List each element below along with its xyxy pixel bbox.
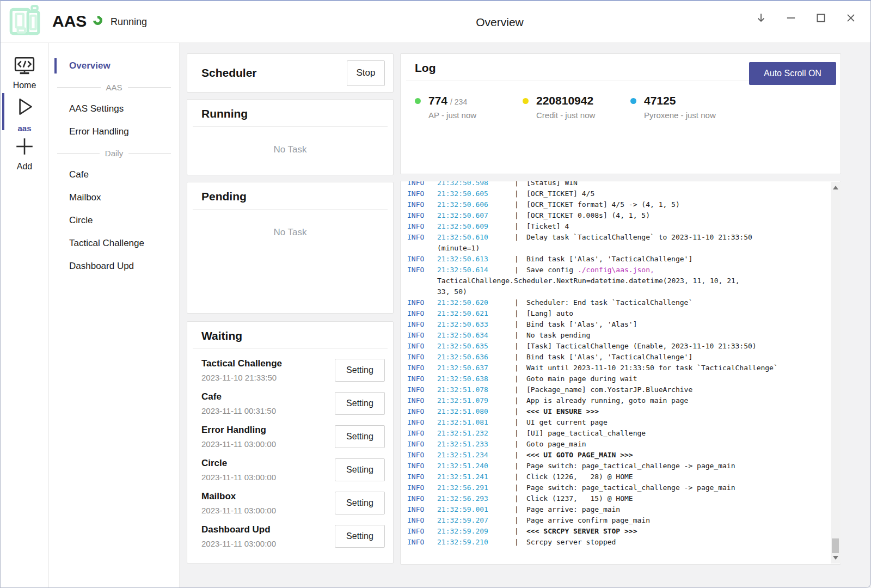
log-timestamp: 21:32:50.610	[437, 232, 514, 243]
log-level: INFO	[407, 395, 437, 406]
waiting-task-name: Mailbox	[201, 491, 276, 502]
sidebar-section-label: AAS	[106, 83, 122, 92]
log-timestamp: 21:32:50.634	[437, 330, 514, 341]
task-setting-button[interactable]: Setting	[335, 458, 385, 481]
sidebar-item-circle[interactable]: Circle	[49, 209, 179, 232]
log-timestamp: 21:32:59.210	[437, 537, 514, 548]
log-line: INFO 21:32:50.635 | [Task] TacticalChall…	[407, 341, 825, 352]
log-scrollbar[interactable]	[831, 182, 840, 564]
running-panel: Running No Task	[187, 99, 394, 175]
log-timestamp: 21:32:50.621	[437, 308, 514, 319]
log-separator: |	[514, 537, 526, 548]
log-level: INFO	[407, 188, 437, 199]
waiting-title: Waiting	[187, 322, 393, 342]
log-separator: |	[514, 254, 526, 265]
scroll-up-arrow-icon[interactable]	[833, 186, 838, 189]
waiting-task-next-run: 2023-11-11 03:00:00	[201, 439, 276, 449]
log-message: Page arrive confirm page_main	[526, 515, 825, 526]
log-separator: |	[514, 181, 526, 188]
task-setting-button[interactable]: Setting	[335, 425, 385, 448]
divider	[193, 209, 388, 210]
log-line: INFO 21:32:50.638 | Goto main page durin…	[407, 373, 825, 384]
waiting-task-next-run: 2023-11-10 21:33:50	[201, 373, 282, 382]
pending-title: Pending	[187, 182, 393, 203]
log-timestamp: 21:32:56.293	[437, 493, 514, 504]
rail-item-label: aas	[0, 124, 49, 133]
log-line: INFO 21:32:51.234 | <<< UI GOTO PAGE_MAI…	[407, 450, 825, 461]
sidebar-item-error-handling[interactable]: Error Handling	[49, 120, 179, 143]
log-level: INFO	[407, 210, 437, 221]
log-message: [Task] TacticalChallenge (Enable, 2023-1…	[526, 341, 825, 352]
log-separator: |	[514, 461, 526, 471]
scrollbar-thumb[interactable]	[832, 538, 839, 553]
log-message: [Lang] auto	[526, 308, 825, 319]
log-console[interactable]: INFO 21:32:50.598 | [Status] WIN INFO 21…	[400, 181, 841, 565]
sidebar-section-daily: Daily	[49, 143, 179, 163]
log-level: INFO	[407, 482, 437, 493]
log-separator: |	[514, 188, 526, 199]
log-timestamp: 21:32:50.613	[437, 254, 514, 265]
log-level: INFO	[407, 221, 437, 232]
waiting-task-name: Cafe	[201, 391, 276, 402]
task-setting-button[interactable]: Setting	[335, 525, 385, 548]
log-level: INFO	[407, 471, 437, 482]
log-line: INFO 21:32:51.081 | UI get current page	[407, 417, 825, 428]
sidebar-section-aas: AAS	[49, 77, 179, 97]
log-message: Bind task ['Alas', 'Alas']	[526, 319, 825, 330]
maximize-button[interactable]	[809, 7, 832, 29]
log-timestamp: 21:32:51.078	[437, 384, 514, 395]
app-window: AAS Running Overview	[0, 0, 871, 588]
task-setting-button[interactable]: Setting	[335, 359, 385, 382]
log-level: INFO	[407, 384, 437, 395]
sidebar-item-label: Dashboard Upd	[69, 261, 134, 271]
minimize-button[interactable]	[780, 7, 802, 29]
log-separator: |	[514, 341, 526, 352]
log-timestamp: 21:32:50.638	[437, 373, 514, 384]
download-log-button[interactable]	[750, 7, 772, 29]
sidebar-item-cafe[interactable]: Cafe	[49, 163, 179, 186]
stop-button[interactable]: Stop	[347, 60, 385, 86]
task-setting-button[interactable]: Setting	[335, 492, 385, 514]
metric-body: 220810942 Credit - just now	[536, 94, 595, 120]
pending-panel: Pending No Task	[187, 182, 394, 314]
log-timestamp: 21:32:50.598	[437, 181, 514, 188]
log-line: INFO 21:32:59.207 | Page arrive confirm …	[407, 515, 825, 526]
log-separator: |	[514, 199, 526, 210]
sidebar-item-tactical-challenge[interactable]: Tactical Challenge	[49, 232, 179, 255]
rail-item-aas[interactable]: aas	[0, 95, 49, 133]
log-line: INFO 21:32:51.079 | App is already runni…	[407, 395, 825, 406]
log-timestamp: 21:32:51.232	[437, 428, 514, 439]
close-button[interactable]	[839, 7, 862, 29]
sidebar-item-aas-settings[interactable]: AAS Settings	[49, 97, 179, 120]
waiting-task-info: Tactical Challenge 2023-11-10 21:33:50	[201, 358, 282, 382]
log-line: INFO 21:32:50.614 | Save config ./config…	[407, 265, 825, 275]
main-content: Scheduler Stop Running No Task Pending N…	[180, 43, 871, 588]
app-name: AAS	[52, 12, 87, 30]
sidebar-item-overview[interactable]: Overview	[49, 54, 179, 77]
rail-item-home[interactable]: Home	[0, 56, 49, 90]
log-timestamp: 21:32:51.241	[437, 471, 514, 482]
log-line: INFO 21:32:59.001 | Page arrive: page_ma…	[407, 504, 825, 515]
log-line: INFO 21:32:56.293 | Click (1237, 15) @ H…	[407, 493, 825, 504]
window-controls	[750, 7, 862, 29]
log-level: INFO	[407, 515, 437, 526]
rail-item-add[interactable]: Add	[0, 136, 49, 171]
log-separator: |	[514, 428, 526, 439]
auto-scroll-button[interactable]: Auto Scroll ON	[749, 62, 836, 85]
sidebar-item-dashboard-upd[interactable]: Dashboard Upd	[49, 255, 179, 278]
running-title: Running	[187, 100, 393, 120]
log-separator: |	[514, 232, 526, 243]
log-level: INFO	[407, 363, 437, 373]
log-level: INFO	[407, 461, 437, 471]
sidebar-item-mailbox[interactable]: Mailbox	[49, 186, 179, 209]
waiting-task-row: Error Handling 2023-11-11 03:00:00 Setti…	[201, 420, 385, 453]
log-timestamp: 21:32:51.080	[437, 406, 514, 417]
task-setting-button[interactable]: Setting	[335, 392, 385, 415]
log-panel: Log Auto Scroll ON 774/ 234 AP - just no…	[400, 53, 841, 174]
waiting-task-next-run: 2023-11-11 00:31:50	[201, 406, 276, 415]
log-line: INFO 21:32:51.078 | [Package_name] com.Y…	[407, 384, 825, 395]
scroll-down-arrow-icon[interactable]	[833, 556, 838, 560]
log-message: [OCR_TICKET format] 4/5 -> (4, 1, 5)	[526, 199, 825, 210]
app-logo-icon	[7, 3, 42, 39]
minimize-icon	[785, 12, 797, 24]
